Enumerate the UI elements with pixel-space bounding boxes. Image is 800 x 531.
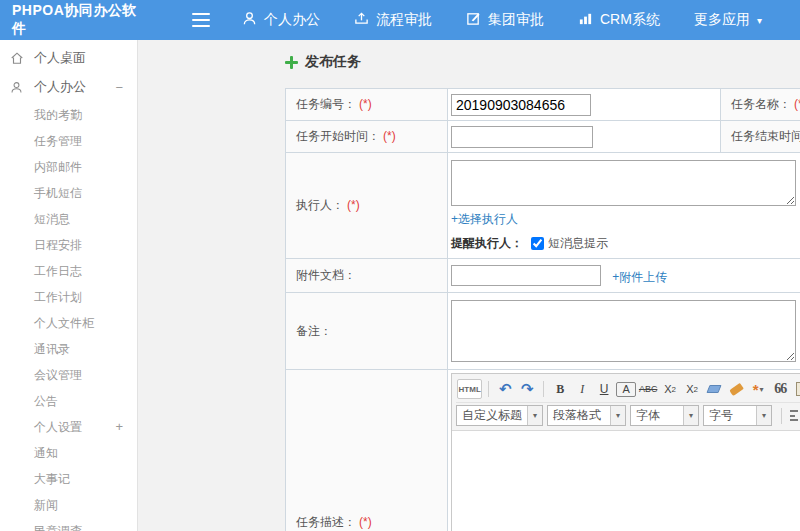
nav-group-approval[interactable]: 集团审批	[466, 11, 544, 29]
task-number-input[interactable]	[451, 94, 591, 116]
attachment-input[interactable]	[451, 265, 601, 286]
strikethrough-button[interactable]: ABC	[638, 379, 658, 399]
flow-export-icon	[354, 11, 376, 29]
expand-icon[interactable]: +	[115, 414, 123, 440]
start-time-label: 任务开始时间：(*)	[286, 121, 448, 153]
editor-content-area[interactable]	[452, 431, 800, 531]
chevron-down-icon: ▾	[683, 406, 698, 425]
remove-format-icon[interactable]	[704, 379, 724, 399]
table-row: 任务开始时间：(*) 任务结束时间：(*)	[286, 121, 800, 153]
table-row: 执行人：(*) +选择执行人 提醒执行人： 短消息提示	[286, 153, 800, 259]
publish-task-form: 任务编号：(*) 任务名称：(*) 任务开始时间：(*) 任务结束时间：(*) …	[285, 88, 800, 531]
task-name-label: 任务名称：(*)	[721, 89, 800, 121]
page-title: 发布任务	[285, 53, 361, 71]
rich-text-editor: HTML ↶ ↷ B I U A ABC X2 X2	[451, 373, 800, 531]
user-icon	[10, 81, 34, 94]
menu-icon[interactable]	[192, 13, 210, 27]
select-executor-link[interactable]: +选择执行人	[451, 212, 518, 226]
task-description-label: 任务描述：(*)	[286, 370, 448, 531]
underline-button[interactable]: U	[594, 379, 614, 399]
sidebar-item-announcement[interactable]: 公告	[0, 388, 137, 414]
task-number-label: 任务编号：(*)	[286, 89, 448, 121]
remark-label: 备注：	[286, 293, 448, 370]
format-painter-icon[interactable]	[726, 379, 746, 399]
chevron-down-icon: ▾	[527, 406, 542, 425]
table-row: 任务编号：(*) 任务名称：(*)	[286, 89, 800, 121]
home-icon	[10, 51, 34, 65]
font-family-select[interactable]: 字体 ▾	[630, 405, 699, 426]
undo-icon[interactable]: ↶	[495, 379, 515, 399]
sidebar-item-personal-office[interactable]: 个人办公 −	[0, 72, 137, 102]
remark-textarea[interactable]	[451, 300, 796, 362]
sidebar-item-news[interactable]: 新闻	[0, 492, 137, 518]
align-left-icon[interactable]	[790, 408, 799, 424]
sidebar-item-desktop[interactable]: 个人桌面	[0, 44, 137, 72]
sidebar-item-task-management[interactable]: 任务管理	[0, 128, 137, 154]
bar-chart-icon	[578, 11, 600, 29]
executor-label: 执行人：(*)	[286, 153, 448, 259]
app-logo: PHPOA协同办公软件	[0, 2, 150, 38]
main-content: 发布任务 任务编号：(*) 任务名称：(*) 任务开始时间：(*) 任务结束时间…	[138, 40, 800, 531]
italic-button[interactable]: I	[572, 379, 592, 399]
font-style-button[interactable]: A	[616, 382, 636, 397]
sidebar-item-notice[interactable]: 通知	[0, 440, 137, 466]
sidebar-item-events[interactable]: 大事记	[0, 466, 137, 492]
sidebar-item-survey[interactable]: 民意调查	[0, 518, 137, 531]
chevron-down-icon: ▾	[610, 406, 625, 425]
add-icon	[285, 56, 298, 69]
nav-personal-office[interactable]: 个人办公	[242, 11, 320, 29]
nav-crm-system[interactable]: CRM系统	[578, 11, 660, 29]
sidebar-item-attendance[interactable]: 我的考勤	[0, 102, 137, 128]
sidebar-item-contacts[interactable]: 通讯录	[0, 336, 137, 362]
sidebar: 个人桌面 个人办公 − 我的考勤 任务管理 内部邮件 手机短信 短消息 日程安排…	[0, 40, 138, 531]
superscript-button[interactable]: X2	[660, 379, 680, 399]
end-time-label: 任务结束时间：(*)	[721, 121, 800, 153]
start-time-input[interactable]	[451, 126, 593, 148]
sms-remind-label: 短消息提示	[548, 235, 608, 252]
table-row: 附件文档： +附件上传	[286, 259, 800, 293]
chevron-down-icon: ▾	[756, 406, 771, 425]
table-row: 任务描述：(*) HTML ↶ ↷ B I U A	[286, 370, 800, 531]
sidebar-item-short-message[interactable]: 短消息	[0, 206, 137, 232]
subscript-button[interactable]: X2	[682, 379, 702, 399]
remind-executor-label: 提醒执行人：	[451, 235, 523, 252]
sidebar-item-file-cabinet[interactable]: 个人文件柜	[0, 310, 137, 336]
sidebar-item-schedule[interactable]: 日程安排	[0, 232, 137, 258]
nav-workflow-approval[interactable]: 流程审批	[354, 11, 432, 29]
sms-remind-checkbox[interactable]	[531, 237, 544, 250]
sidebar-item-work-plan[interactable]: 工作计划	[0, 284, 137, 310]
sidebar-item-work-log[interactable]: 工作日志	[0, 258, 137, 284]
redo-icon[interactable]: ↷	[517, 379, 537, 399]
table-row: 备注：	[286, 293, 800, 370]
attachment-upload-link[interactable]: +附件上传	[612, 270, 667, 284]
sidebar-item-internal-mail[interactable]: 内部邮件	[0, 154, 137, 180]
paste-as-text-icon[interactable]: T	[792, 379, 800, 399]
quick-format-icon[interactable]: *▾	[748, 379, 768, 399]
nav-more-apps[interactable]: 更多应用 ▾	[694, 11, 762, 29]
sidebar-item-personal-settings[interactable]: 个人设置 +	[0, 414, 137, 440]
top-header: PHPOA协同办公软件 个人办公 流程审批 集团审批 CRM系统	[0, 0, 800, 40]
collapse-icon[interactable]: −	[115, 80, 123, 95]
blockquote-button[interactable]: 66	[770, 379, 790, 399]
chevron-down-icon: ▾	[757, 15, 762, 26]
font-size-select[interactable]: 字号 ▾	[703, 405, 772, 426]
user-icon	[242, 11, 264, 29]
bold-button[interactable]: B	[550, 379, 570, 399]
sidebar-item-meeting[interactable]: 会议管理	[0, 362, 137, 388]
custom-heading-select[interactable]: 自定义标题 ▾	[456, 405, 543, 426]
paragraph-format-select[interactable]: 段落格式 ▾	[547, 405, 626, 426]
attachment-label: 附件文档：	[286, 259, 448, 293]
edit-square-icon	[466, 11, 488, 29]
top-nav: 个人办公 流程审批 集团审批 CRM系统 更多应用 ▾	[242, 11, 796, 29]
executor-textarea[interactable]	[451, 160, 796, 206]
html-source-button[interactable]: HTML	[457, 379, 482, 399]
sidebar-item-mobile-sms[interactable]: 手机短信	[0, 180, 137, 206]
editor-toolbar: HTML ↶ ↷ B I U A ABC X2 X2	[452, 374, 800, 431]
